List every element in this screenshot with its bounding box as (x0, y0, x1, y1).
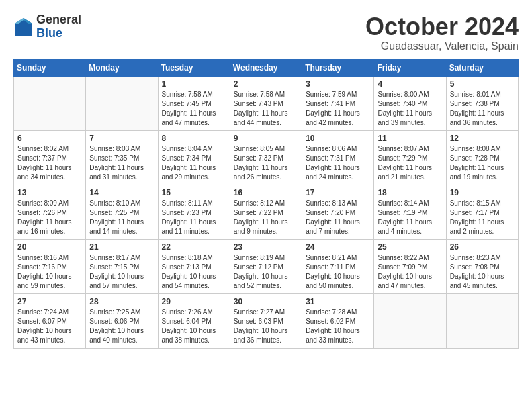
day-info: Sunrise: 8:12 AM Sunset: 7:22 PM Dayligh… (234, 199, 298, 236)
location-title: Guadassuar, Valencia, Spain (365, 40, 519, 52)
page-header: General Blue October 2024 Guadassuar, Va… (13, 13, 519, 52)
calendar-cell: 10Sunrise: 8:06 AM Sunset: 7:31 PM Dayli… (302, 130, 374, 185)
calendar-cell (86, 76, 158, 130)
day-number: 15 (162, 188, 226, 197)
calendar-cell: 13Sunrise: 8:09 AM Sunset: 7:26 PM Dayli… (14, 185, 86, 239)
calendar-week-row: 27Sunrise: 7:24 AM Sunset: 6:07 PM Dayli… (14, 293, 519, 348)
calendar-cell: 12Sunrise: 8:08 AM Sunset: 7:28 PM Dayli… (446, 130, 518, 185)
day-info: Sunrise: 8:14 AM Sunset: 7:19 PM Dayligh… (378, 199, 442, 236)
day-info: Sunrise: 7:58 AM Sunset: 7:45 PM Dayligh… (162, 90, 226, 128)
calendar-table: SundayMondayTuesdayWednesdayThursdayFrid… (13, 59, 519, 349)
weekday-header-friday: Friday (374, 59, 446, 76)
day-info: Sunrise: 7:59 AM Sunset: 7:41 PM Dayligh… (306, 90, 370, 128)
day-info: Sunrise: 7:24 AM Sunset: 6:07 PM Dayligh… (17, 308, 82, 345)
calendar-cell: 29Sunrise: 7:26 AM Sunset: 6:04 PM Dayli… (158, 293, 230, 348)
day-number: 4 (378, 79, 442, 89)
day-info: Sunrise: 8:08 AM Sunset: 7:28 PM Dayligh… (450, 144, 515, 182)
calendar-week-row: 20Sunrise: 8:16 AM Sunset: 7:16 PM Dayli… (14, 239, 519, 293)
calendar-cell: 17Sunrise: 8:13 AM Sunset: 7:20 PM Dayli… (302, 185, 374, 239)
title-block: October 2024 Guadassuar, Valencia, Spain (365, 13, 519, 52)
day-number: 31 (306, 297, 370, 306)
day-info: Sunrise: 8:21 AM Sunset: 7:11 PM Dayligh… (306, 253, 370, 291)
day-number: 5 (450, 79, 515, 89)
calendar-cell: 24Sunrise: 8:21 AM Sunset: 7:11 PM Dayli… (302, 239, 374, 293)
calendar-cell: 2Sunrise: 7:58 AM Sunset: 7:43 PM Daylig… (230, 76, 302, 130)
calendar-cell: 16Sunrise: 8:12 AM Sunset: 7:22 PM Dayli… (230, 185, 302, 239)
day-number: 7 (89, 134, 154, 143)
day-number: 9 (234, 134, 298, 143)
calendar-cell: 20Sunrise: 8:16 AM Sunset: 7:16 PM Dayli… (14, 239, 86, 293)
calendar-cell: 30Sunrise: 7:27 AM Sunset: 6:03 PM Dayli… (230, 293, 302, 348)
day-info: Sunrise: 8:00 AM Sunset: 7:40 PM Dayligh… (378, 90, 442, 128)
day-number: 26 (450, 242, 515, 252)
day-number: 18 (378, 188, 442, 197)
calendar-cell: 21Sunrise: 8:17 AM Sunset: 7:15 PM Dayli… (86, 239, 158, 293)
calendar-cell: 19Sunrise: 8:15 AM Sunset: 7:17 PM Dayli… (446, 185, 518, 239)
logo-general: General (36, 13, 81, 26)
day-number: 2 (234, 79, 298, 89)
weekday-header-row: SundayMondayTuesdayWednesdayThursdayFrid… (14, 59, 519, 76)
logo-blue: Blue (36, 26, 62, 40)
weekday-header-tuesday: Tuesday (158, 59, 230, 76)
day-info: Sunrise: 8:05 AM Sunset: 7:32 PM Dayligh… (234, 144, 298, 182)
calendar-cell: 11Sunrise: 8:07 AM Sunset: 7:29 PM Dayli… (374, 130, 446, 185)
day-info: Sunrise: 8:13 AM Sunset: 7:20 PM Dayligh… (306, 199, 370, 236)
day-info: Sunrise: 8:16 AM Sunset: 7:16 PM Dayligh… (17, 253, 82, 291)
day-info: Sunrise: 7:27 AM Sunset: 6:03 PM Dayligh… (234, 308, 298, 345)
day-number: 17 (306, 188, 370, 197)
calendar-week-row: 1Sunrise: 7:58 AM Sunset: 7:45 PM Daylig… (14, 76, 519, 130)
day-info: Sunrise: 8:06 AM Sunset: 7:31 PM Dayligh… (306, 144, 370, 182)
calendar-cell: 3Sunrise: 7:59 AM Sunset: 7:41 PM Daylig… (302, 76, 374, 130)
logo-text: General Blue (36, 13, 81, 40)
day-number: 23 (234, 242, 298, 252)
calendar-week-row: 6Sunrise: 8:02 AM Sunset: 7:37 PM Daylig… (14, 130, 519, 185)
day-number: 11 (378, 134, 442, 143)
day-info: Sunrise: 7:58 AM Sunset: 7:43 PM Dayligh… (234, 90, 298, 128)
weekday-header-saturday: Saturday (446, 59, 518, 76)
day-info: Sunrise: 8:01 AM Sunset: 7:38 PM Dayligh… (450, 90, 515, 128)
day-info: Sunrise: 8:17 AM Sunset: 7:15 PM Dayligh… (89, 253, 154, 291)
calendar-cell: 18Sunrise: 8:14 AM Sunset: 7:19 PM Dayli… (374, 185, 446, 239)
day-info: Sunrise: 7:26 AM Sunset: 6:04 PM Dayligh… (162, 308, 226, 345)
day-number: 25 (378, 242, 442, 252)
day-number: 10 (306, 134, 370, 143)
day-info: Sunrise: 8:02 AM Sunset: 7:37 PM Dayligh… (17, 144, 82, 182)
day-number: 3 (306, 79, 370, 89)
day-number: 14 (89, 188, 154, 197)
weekday-header-monday: Monday (86, 59, 158, 76)
day-info: Sunrise: 8:15 AM Sunset: 7:17 PM Dayligh… (450, 199, 515, 236)
month-title: October 2024 (365, 13, 519, 40)
day-info: Sunrise: 8:18 AM Sunset: 7:13 PM Dayligh… (162, 253, 226, 291)
day-number: 24 (306, 242, 370, 252)
day-info: Sunrise: 8:23 AM Sunset: 7:08 PM Dayligh… (450, 253, 515, 291)
calendar-cell: 4Sunrise: 8:00 AM Sunset: 7:40 PM Daylig… (374, 76, 446, 130)
day-number: 29 (162, 297, 226, 306)
svg-marker-0 (15, 18, 32, 36)
day-number: 28 (89, 297, 154, 306)
calendar-cell: 6Sunrise: 8:02 AM Sunset: 7:37 PM Daylig… (14, 130, 86, 185)
day-number: 21 (89, 242, 154, 252)
weekday-header-wednesday: Wednesday (230, 59, 302, 76)
day-number: 16 (234, 188, 298, 197)
calendar-cell: 25Sunrise: 8:22 AM Sunset: 7:09 PM Dayli… (374, 239, 446, 293)
day-info: Sunrise: 8:04 AM Sunset: 7:34 PM Dayligh… (162, 144, 226, 182)
weekday-header-sunday: Sunday (14, 59, 86, 76)
logo-icon (13, 17, 34, 37)
day-info: Sunrise: 8:10 AM Sunset: 7:25 PM Dayligh… (89, 199, 154, 236)
day-number: 13 (17, 188, 82, 197)
day-number: 19 (450, 188, 515, 197)
calendar-cell: 22Sunrise: 8:18 AM Sunset: 7:13 PM Dayli… (158, 239, 230, 293)
day-info: Sunrise: 8:19 AM Sunset: 7:12 PM Dayligh… (234, 253, 298, 291)
calendar-cell: 14Sunrise: 8:10 AM Sunset: 7:25 PM Dayli… (86, 185, 158, 239)
day-info: Sunrise: 8:11 AM Sunset: 7:23 PM Dayligh… (162, 199, 226, 236)
calendar-cell: 7Sunrise: 8:03 AM Sunset: 7:35 PM Daylig… (86, 130, 158, 185)
day-info: Sunrise: 8:09 AM Sunset: 7:26 PM Dayligh… (17, 199, 82, 236)
calendar-cell: 27Sunrise: 7:24 AM Sunset: 6:07 PM Dayli… (14, 293, 86, 348)
day-number: 22 (162, 242, 226, 252)
calendar-cell: 23Sunrise: 8:19 AM Sunset: 7:12 PM Dayli… (230, 239, 302, 293)
day-info: Sunrise: 7:25 AM Sunset: 6:06 PM Dayligh… (89, 308, 154, 345)
calendar-cell: 8Sunrise: 8:04 AM Sunset: 7:34 PM Daylig… (158, 130, 230, 185)
day-number: 6 (17, 134, 82, 143)
calendar-cell: 15Sunrise: 8:11 AM Sunset: 7:23 PM Dayli… (158, 185, 230, 239)
calendar-week-row: 13Sunrise: 8:09 AM Sunset: 7:26 PM Dayli… (14, 185, 519, 239)
